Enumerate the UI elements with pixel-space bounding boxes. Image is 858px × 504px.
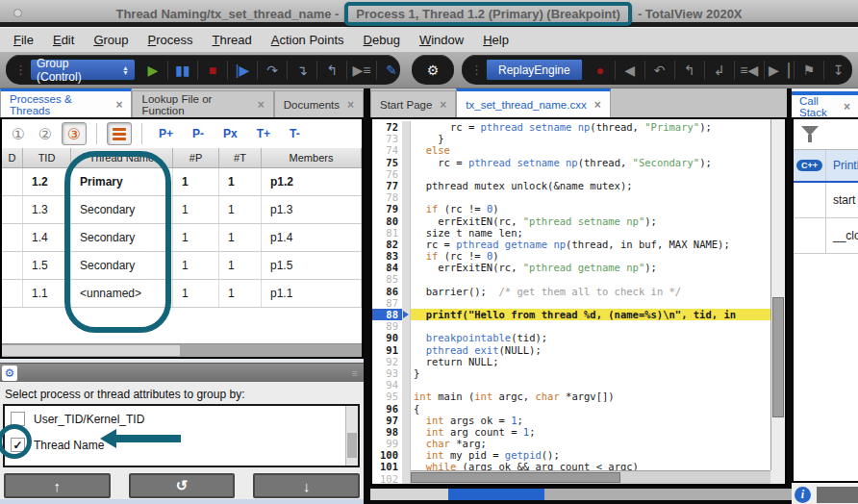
- table-row[interactable]: 1.3Secondary11p1.3: [2, 196, 362, 224]
- close-icon[interactable]: ×: [115, 98, 122, 112]
- line-number[interactable]: 100: [372, 449, 402, 461]
- scroll-thumb[interactable]: [772, 297, 784, 417]
- column-header[interactable]: TID: [23, 148, 71, 167]
- close-icon[interactable]: ×: [844, 100, 850, 113]
- breakpoint-gutter[interactable]: [402, 191, 411, 203]
- collapse-processes-button[interactable]: P-: [186, 127, 211, 140]
- line-number[interactable]: 84: [372, 262, 402, 273]
- expand-threads-button[interactable]: T+: [250, 127, 277, 140]
- line-number[interactable]: 79: [372, 203, 402, 214]
- list-view-icon[interactable]: [107, 122, 132, 145]
- line-number[interactable]: 75: [372, 157, 402, 168]
- left-tab-processes-threads[interactable]: Processes & Threads×: [0, 88, 132, 117]
- go-back-icon[interactable]: ◀: [618, 59, 642, 82]
- line-number[interactable]: 99: [372, 438, 402, 449]
- step-out-icon[interactable]: ↰: [320, 59, 343, 82]
- breakpoint-gutter[interactable]: [402, 344, 411, 356]
- stack-frame-row[interactable]: C++Printl: [794, 150, 858, 183]
- breakpoint-gutter[interactable]: [402, 356, 411, 367]
- line-number[interactable]: 98: [372, 426, 402, 438]
- line-number[interactable]: 85: [372, 273, 402, 285]
- gear-icon[interactable]: ⚙: [421, 59, 444, 82]
- play-icon[interactable]: ▶: [141, 59, 164, 82]
- source-hscrollbar[interactable]: [411, 470, 770, 484]
- line-number[interactable]: 91: [372, 344, 402, 356]
- next-icon[interactable]: ↷: [261, 59, 284, 82]
- menu-group[interactable]: Group: [84, 33, 138, 47]
- table-row[interactable]: 1.4Secondary11p1.4: [2, 224, 362, 252]
- stack-frame-row[interactable]: __clo: [794, 218, 858, 254]
- breakpoint-gutter[interactable]: [402, 168, 411, 180]
- source-vscrollbar[interactable]: [770, 119, 785, 470]
- line-number[interactable]: 89: [372, 320, 402, 332]
- line-number[interactable]: 77: [372, 180, 402, 191]
- save-replay-icon[interactable]: ↧: [827, 59, 850, 82]
- close-icon[interactable]: ×: [440, 98, 446, 112]
- info-icon[interactable]: i: [795, 487, 811, 503]
- breakpoint-gutter[interactable]: [402, 273, 411, 285]
- breakpoint-gutter[interactable]: [402, 415, 411, 426]
- group-level-3-selected[interactable]: ③: [62, 122, 87, 145]
- line-number[interactable]: 92: [372, 356, 402, 367]
- process-exit-button[interactable]: Px: [216, 127, 244, 140]
- column-header[interactable]: Members: [262, 148, 362, 167]
- source-tab-tx-set-thread-name-cxx[interactable]: tx_set_thread_name.cxx×: [456, 88, 610, 117]
- column-header[interactable]: #P: [173, 148, 219, 167]
- menu-process[interactable]: Process: [139, 33, 203, 47]
- checkbox[interactable]: [11, 412, 25, 426]
- line-number[interactable]: 97: [372, 415, 402, 426]
- breakpoint-gutter[interactable]: [402, 461, 411, 472]
- menu-edit[interactable]: Edit: [43, 33, 84, 47]
- line-number[interactable]: 101: [372, 461, 402, 472]
- breakpoint-gutter[interactable]: [402, 121, 411, 133]
- attribute-option[interactable]: ✓Thread Name: [5, 432, 358, 458]
- bookmark-icon[interactable]: ⚑: [797, 59, 820, 82]
- edit-icon[interactable]: ✎: [380, 59, 403, 82]
- go-live-icon[interactable]: ▶▕: [768, 59, 791, 82]
- line-number[interactable]: 82: [372, 239, 402, 250]
- group-level-1-icon[interactable]: ①: [8, 125, 29, 143]
- breakpoint-gutter[interactable]: [402, 438, 411, 449]
- menu-window[interactable]: Window: [410, 33, 473, 47]
- breakpoint-gutter[interactable]: [402, 309, 411, 320]
- line-number[interactable]: 95: [372, 391, 402, 402]
- table-row[interactable]: 1.5Secondary11p1.5: [2, 252, 362, 280]
- breakpoint-gutter[interactable]: [402, 391, 411, 402]
- filter-icon[interactable]: [801, 126, 820, 143]
- line-number[interactable]: 78: [372, 191, 402, 203]
- menu-debug[interactable]: Debug: [354, 33, 410, 47]
- column-header[interactable]: Thread Name: [71, 148, 173, 167]
- bottom-scrollbar[interactable]: [370, 489, 811, 500]
- stack-frame-row[interactable]: start: [794, 183, 858, 218]
- breakpoint-gutter[interactable]: [402, 286, 411, 297]
- close-icon[interactable]: ×: [594, 98, 601, 112]
- line-number[interactable]: 83: [372, 250, 402, 262]
- line-number[interactable]: 94: [372, 379, 402, 391]
- focus-dropdown[interactable]: Group (Control) ▲▼: [30, 59, 136, 81]
- breakpoint-gutter[interactable]: [402, 320, 411, 332]
- line-number[interactable]: 81: [372, 227, 402, 239]
- line-number[interactable]: 73: [372, 133, 402, 144]
- menu-action-points[interactable]: Action Points: [262, 33, 354, 47]
- breakpoint-gutter[interactable]: [402, 332, 411, 343]
- breakpoint-gutter[interactable]: [402, 144, 411, 156]
- scroll-thumb[interactable]: [544, 489, 794, 500]
- line-number[interactable]: 86: [372, 286, 402, 297]
- breakpoint-gutter[interactable]: [402, 227, 411, 239]
- line-number[interactable]: 80: [372, 215, 402, 227]
- close-icon[interactable]: ×: [258, 98, 265, 112]
- line-number[interactable]: 96: [372, 403, 402, 415]
- panel-menu-icon[interactable]: ≡: [352, 367, 362, 379]
- move-down-button[interactable]: ↓: [253, 473, 360, 498]
- line-number[interactable]: 74: [372, 144, 402, 156]
- caller-icon[interactable]: ↲: [708, 59, 731, 82]
- expand-processes-button[interactable]: P+: [152, 127, 180, 140]
- line-number[interactable]: 102: [372, 473, 402, 485]
- menu-help[interactable]: Help: [473, 33, 518, 47]
- line-number[interactable]: 93: [372, 367, 402, 379]
- listbox-vscrollbar[interactable]: [345, 406, 358, 466]
- move-up-button[interactable]: ↑: [4, 473, 111, 498]
- checkbox-checked[interactable]: ✓: [11, 438, 25, 452]
- group-level-2-icon[interactable]: ②: [35, 125, 56, 143]
- breakpoint-gutter[interactable]: [402, 250, 411, 262]
